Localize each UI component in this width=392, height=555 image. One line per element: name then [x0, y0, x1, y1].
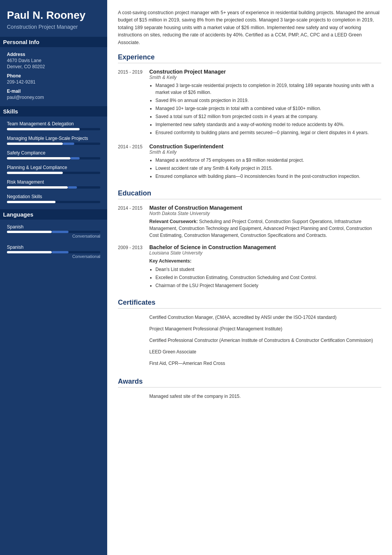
education-content: Master of Construction Management North … — [149, 205, 381, 239]
experience-job-title: Construction Project Manager — [149, 69, 381, 75]
address-line1: 4670 Davis Lane — [7, 58, 100, 63]
education-section: Education 2014 - 2015 Master of Construc… — [118, 189, 381, 290]
skill-item: Managing Multiple Large-Scale Projects — [7, 136, 100, 145]
experience-bullet: Saved a total sum of $12 million from pr… — [155, 113, 381, 120]
cert-spacer — [118, 314, 144, 323]
skill-item: Negotiation Skills — [7, 194, 100, 203]
address-block: Address 4670 Davis Lane Denver, CO 80202 — [7, 52, 100, 69]
education-school: North Dakota State University — [149, 211, 381, 216]
certificate-text: Certified Construction Manager, (CMAA, a… — [149, 314, 381, 321]
experience-section: Experience 2015 - 2019 Construction Proj… — [118, 53, 381, 181]
experience-bullet: Lowest accident rate of any Smith & Kell… — [155, 165, 381, 172]
awards-section: Awards Managed safest site of the compan… — [118, 378, 381, 400]
skill-bar-fill — [7, 186, 68, 189]
email-block: E-mail paul@rooney.com — [7, 89, 100, 100]
skill-name: Managing Multiple Large-Scale Projects — [7, 136, 100, 141]
language-bar-extra — [52, 251, 69, 253]
address-line2: Denver, CO 80202 — [7, 64, 100, 69]
experience-job-title: Construction Superintendent — [149, 143, 381, 149]
language-name: Spanish — [7, 224, 100, 230]
cert-spacer — [118, 337, 144, 346]
education-achievements-label: Key Achievements: — [149, 258, 381, 264]
certificate-entry: Certified Professional Constructor (Amer… — [118, 337, 381, 346]
language-bar-fill — [7, 251, 52, 253]
cert-spacer — [118, 325, 144, 335]
skill-bar-fill — [7, 128, 80, 130]
experience-content: Construction Project Manager Smith & Kel… — [149, 69, 381, 137]
certificate-text: Project Management Professional (Project… — [149, 325, 381, 332]
skill-bar-fill — [7, 157, 70, 159]
language-bar — [7, 231, 100, 233]
skills-section-title: Skills — [0, 106, 107, 117]
certificates-list: Certified Construction Manager, (CMAA, a… — [118, 314, 381, 369]
experience-bullet: Managed 3 large-scale residential projec… — [155, 82, 381, 96]
phone-value: 209-142-9281 — [7, 79, 100, 85]
certificates-section-title: Certificates — [118, 299, 381, 309]
sidebar: Paul N. Rooney Construction Project Mana… — [0, 0, 107, 555]
skills-list: Team Management & Delegation Managing Mu… — [7, 121, 100, 203]
experience-bullet: Managed a workforce of 75 employees on a… — [155, 157, 381, 164]
experience-company: Smith & Kelly — [149, 75, 381, 80]
language-item: Spanish Conversational — [7, 224, 100, 238]
languages-list: Spanish Conversational Spanish Conversat… — [7, 224, 100, 259]
experience-list: 2015 - 2019 Construction Project Manager… — [118, 69, 381, 181]
languages-section-title: Languages — [0, 209, 107, 220]
certificate-text: First Aid, CPR—American Red Cross — [149, 360, 381, 367]
skill-name: Negotiation Skills — [7, 194, 100, 199]
certificate-entry: Certified Construction Manager, (CMAA, a… — [118, 314, 381, 323]
candidate-name: Paul N. Rooney — [7, 9, 100, 21]
education-dates: 2009 - 2013 — [118, 244, 144, 290]
award-spacer — [118, 393, 144, 400]
experience-section-title: Experience — [118, 53, 381, 63]
skill-bar — [7, 201, 100, 203]
skill-bar-fill — [7, 201, 56, 203]
email-value: paul@rooney.com — [7, 95, 100, 100]
experience-bullet: Ensured conformity to building plans and… — [155, 129, 381, 136]
skill-bar — [7, 157, 100, 159]
awards-section-title: Awards — [118, 378, 381, 388]
certificate-entry: First Aid, CPR—American Red Cross — [118, 360, 381, 369]
language-level: Conversational — [7, 234, 100, 238]
main-content: A cost-saving construction project manag… — [107, 0, 392, 555]
skill-bar-fill — [7, 143, 63, 145]
resume-container: Paul N. Rooney Construction Project Mana… — [0, 0, 392, 555]
education-achievements: Dean's List studentExcelled in Construct… — [149, 266, 381, 289]
skill-name: Planning & Legal Compliance — [7, 165, 100, 170]
skill-bar — [7, 143, 100, 145]
language-item: Spanish Conversational — [7, 245, 100, 259]
award-text: Managed safest site of the company in 20… — [149, 393, 381, 400]
experience-bullet: Ensured compliance with building plans—0… — [155, 173, 381, 180]
skill-item: Risk Management — [7, 179, 100, 189]
cert-spacer — [118, 348, 144, 358]
experience-bullet: Managed 10+ large-scale projects in tota… — [155, 105, 381, 112]
experience-dates: 2014 - 2015 — [118, 143, 144, 181]
education-achievement: Chairman of the LSU Project Management S… — [155, 282, 381, 289]
education-achievement: Excelled in Construction Estimating, Con… — [155, 274, 381, 281]
experience-company: Smith & Kelly — [149, 149, 381, 155]
phone-label: Phone — [7, 73, 100, 79]
skill-name: Safety Compliance — [7, 150, 100, 156]
personal-info-section-title: Personal Info — [0, 37, 107, 47]
certificate-text: LEED Green Associate — [149, 348, 381, 355]
skill-bar-fill — [7, 172, 63, 174]
education-content: Bachelor of Science in Construction Mana… — [149, 244, 381, 290]
language-bar-fill — [7, 231, 52, 233]
language-name: Spanish — [7, 245, 100, 250]
experience-dates: 2015 - 2019 — [118, 69, 144, 137]
phone-block: Phone 209-142-9281 — [7, 73, 100, 85]
skill-item: Planning & Legal Compliance — [7, 165, 100, 174]
education-degree: Master of Construction Management — [149, 205, 381, 211]
skill-bar-extra — [63, 143, 74, 145]
experience-entry: 2015 - 2019 Construction Project Manager… — [118, 69, 381, 137]
education-entry: 2009 - 2013 Bachelor of Science in Const… — [118, 244, 381, 290]
experience-entry: 2014 - 2015 Construction Superintendent … — [118, 143, 381, 181]
certificates-section: Certificates Certified Construction Mana… — [118, 299, 381, 369]
awards-list: Managed safest site of the company in 20… — [118, 393, 381, 400]
certificate-entry: Project Management Professional (Project… — [118, 325, 381, 335]
award-entry: Managed safest site of the company in 20… — [118, 393, 381, 400]
skill-bar — [7, 172, 100, 174]
skill-bar-extra — [68, 186, 77, 189]
certificate-text: Certified Professional Constructor (Amer… — [149, 337, 381, 344]
language-bar-extra — [52, 231, 69, 233]
skill-name: Risk Management — [7, 179, 100, 185]
